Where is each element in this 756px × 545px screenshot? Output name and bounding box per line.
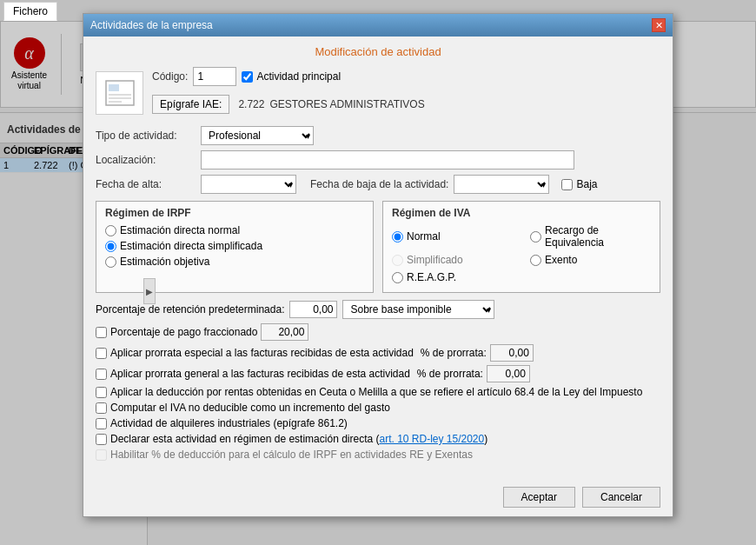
prorrata-general-input[interactable]: [487, 365, 530, 382]
habilitar-deduccion-row: Habilitar % de deducción para el cálculo…: [96, 449, 660, 461]
epigrafe-desc: GESTORES ADMINISTRATIVOS: [269, 98, 424, 110]
estimacion-directa-row: Declarar esta actividad en régimen de es…: [96, 433, 660, 445]
actividad-principal-checkbox[interactable]: [242, 71, 253, 83]
alquileres-checkbox[interactable]: [96, 418, 107, 429]
prorrata-especial-label: Aplicar prorrata especial a las facturas…: [110, 347, 414, 359]
iva-title: Régimen de IVA: [392, 207, 651, 219]
bottom-section: Porcentaje de retención predeterminada: …: [96, 300, 660, 461]
iva-no-deducible-checkbox[interactable]: [96, 402, 107, 414]
actividad-principal-label: Actividad principal: [256, 70, 341, 83]
iva-option-2[interactable]: R.E.A.G.P.: [392, 271, 513, 283]
form-icon: [96, 71, 143, 115]
irpf-panel: Régimen de IRPF Estimación directa norma…: [96, 201, 374, 293]
deduccion-ceuta-row: Aplicar la deducción por rentas obtenida…: [96, 386, 660, 398]
prorrata-general-label: Aplicar prorrata general a las facturas …: [110, 368, 410, 380]
dialog-titlebar: Actividades de la empresa ✕: [83, 14, 673, 37]
codigo-row: Código: Actividad principal: [152, 67, 660, 86]
baja-checkbox[interactable]: [561, 179, 573, 190]
iva-radio-reagp[interactable]: [392, 272, 403, 283]
dialog-overlay: Actividades de la empresa ✕ Modificación…: [0, 0, 756, 545]
epigrafe-value: 2.722: [238, 98, 264, 110]
prorrata-general-row: Aplicar prorrata general a las facturas …: [96, 365, 660, 382]
retencion-row: Porcentaje de retención predeterminada: …: [96, 300, 660, 319]
epigrafe-btn[interactable]: Epígrafe IAE:: [152, 95, 229, 114]
form-header: Código: Actividad principal Epígrafe IAE…: [96, 67, 660, 119]
prorrata-especial-checkbox[interactable]: [96, 348, 107, 359]
fecha-alta-select[interactable]: [201, 175, 296, 194]
retencion-input[interactable]: [289, 301, 337, 318]
prorrata-especial-input[interactable]: [490, 344, 534, 362]
actividad-principal-checkbox-label[interactable]: Actividad principal: [242, 70, 341, 83]
irpf-title: Régimen de IRPF: [105, 207, 364, 219]
baja-label: Baja: [576, 178, 597, 190]
alquileres-label: Actividad de alquileres industriales (ep…: [110, 417, 348, 429]
retencion-dropdown[interactable]: Sobre base imponible Sobre cuota: [342, 300, 494, 319]
retencion-label: Porcentaje de retención predeterminada:: [96, 303, 284, 316]
fecha-baja-label: Fecha de baja de la actividad:: [310, 178, 448, 190]
iva-grid: Normal Recargo de Equivalencia Simplific…: [392, 224, 651, 287]
retencion-dropdown-wrapper: Sobre base imponible Sobre cuota: [342, 300, 494, 319]
deduccion-ceuta-checkbox[interactable]: [96, 387, 107, 398]
fecha-alta-label: Fecha de alta:: [96, 178, 196, 190]
habilitar-deduccion-checkbox: [96, 449, 107, 461]
iva-option-4[interactable]: Exento: [530, 254, 651, 266]
dialog-footer: Aceptar Cancelar: [83, 480, 673, 516]
aceptar-button[interactable]: Aceptar: [503, 487, 575, 508]
fechas-row: Fecha de alta: Fecha de baja de la activ…: [96, 175, 660, 194]
irpf-radio-0[interactable]: [105, 225, 116, 236]
codigo-input[interactable]: [193, 67, 236, 86]
tipo-actividad-select[interactable]: Profesional Empresarial: [201, 126, 314, 145]
tipo-actividad-row: Tipo de actividad: Profesional Empresari…: [96, 126, 660, 145]
dialog-body: Modificación de actividad Código:: [83, 37, 673, 480]
prorrata-especial-pct-label: % de prorrata:: [421, 347, 487, 359]
pago-fraccionado-label: Porcentaje de pago fraccionado: [110, 326, 257, 338]
epigrafe-row: Epígrafe IAE: 2.722 GESTORES ADMINISTRAT…: [152, 95, 660, 114]
irpf-option-1[interactable]: Estimación directa simplificada: [105, 240, 364, 252]
irpf-radio-1[interactable]: [105, 241, 116, 252]
fecha-baja-wrapper: [454, 175, 549, 194]
iva-no-deducible-row: Computar el IVA no deducible como un inc…: [96, 402, 660, 414]
iva-option-0[interactable]: Normal: [392, 224, 513, 249]
baja-checkbox-label[interactable]: Baja: [561, 178, 597, 190]
close-button[interactable]: ✕: [652, 18, 666, 32]
tab-fichero[interactable]: Fichero: [3, 2, 57, 21]
iva-radio-normal[interactable]: [392, 231, 403, 243]
irpf-radio-2[interactable]: [105, 256, 116, 268]
irpf-option-0[interactable]: Estimación directa normal: [105, 224, 364, 236]
iva-panel: Régimen de IVA Normal Recargo de Equival…: [382, 201, 660, 293]
localizacion-label: Localización:: [96, 154, 196, 166]
fecha-alta-wrapper: [201, 175, 296, 194]
sidebar-expand[interactable]: ▶: [143, 278, 156, 304]
prorrata-especial-row: Aplicar prorrata especial a las facturas…: [96, 344, 660, 362]
iva-option-3[interactable]: Recargo de Equivalencia: [530, 224, 651, 249]
svg-rect-1: [109, 84, 119, 91]
pago-fraccionado-row: Porcentaje de pago fraccionado: [96, 323, 660, 341]
estimacion-directa-label: Declarar esta actividad en régimen de es…: [110, 433, 487, 445]
prorrata-general-checkbox[interactable]: [96, 369, 107, 380]
cancelar-button[interactable]: Cancelar: [582, 487, 660, 508]
iva-radio-exento[interactable]: [530, 255, 541, 266]
prorrata-general-pct-label: % de prorrata:: [417, 368, 483, 380]
tax-panels: Régimen de IRPF Estimación directa norma…: [96, 201, 660, 293]
iva-option-1[interactable]: Simplificado: [392, 254, 513, 266]
iva-radio-simplificado[interactable]: [392, 255, 403, 266]
pago-fraccionado-checkbox[interactable]: [96, 327, 107, 338]
localizacion-row: Localización:: [96, 150, 660, 169]
dialog-subtitle: Modificación de actividad: [96, 45, 660, 58]
fecha-baja-select[interactable]: [454, 175, 549, 194]
iva-no-deducible-label: Computar el IVA no deducible como un inc…: [110, 402, 390, 414]
dialog: Actividades de la empresa ✕ Modificación…: [83, 13, 673, 517]
art10-link[interactable]: art. 10 RD-ley 15/2020: [379, 433, 484, 445]
localizacion-input[interactable]: [201, 150, 574, 169]
pago-fraccionado-input[interactable]: [261, 323, 308, 341]
alquileres-row: Actividad de alquileres industriales (ep…: [96, 417, 660, 429]
tipo-actividad-select-wrapper: Profesional Empresarial: [201, 126, 314, 145]
codigo-label: Código:: [152, 70, 188, 83]
iva-radio-recargo[interactable]: [530, 231, 541, 243]
dialog-title: Actividades de la empresa: [90, 19, 213, 31]
deduccion-ceuta-label: Aplicar la deducción por rentas obtenida…: [110, 386, 642, 398]
estimacion-directa-checkbox[interactable]: [96, 434, 107, 445]
irpf-option-2[interactable]: Estimación objetiva: [105, 256, 364, 268]
tipo-actividad-label: Tipo de actividad:: [96, 130, 196, 142]
habilitar-deduccion-label: Habilitar % de deducción para el cálculo…: [110, 449, 473, 461]
